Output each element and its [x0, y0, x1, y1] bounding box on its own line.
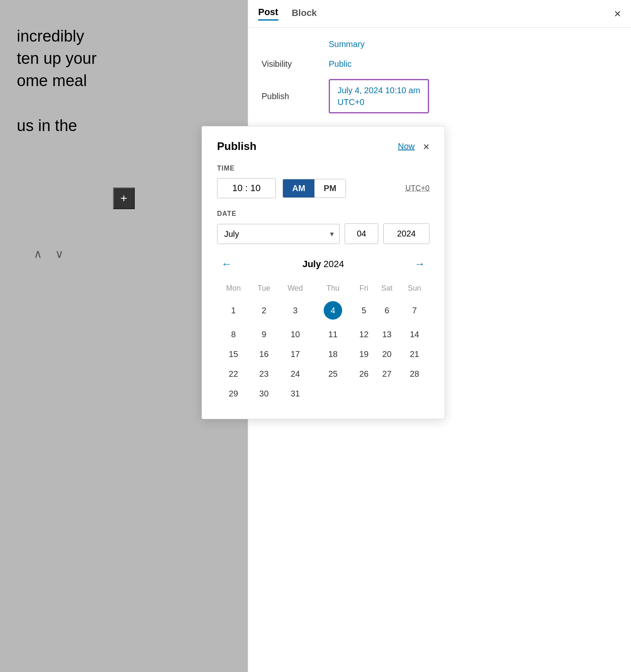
time-input[interactable]: [217, 178, 276, 198]
calendar-day[interactable]: 24: [278, 364, 312, 384]
popup-close-button[interactable]: ×: [423, 141, 429, 152]
calendar-day[interactable]: 1: [217, 296, 250, 325]
calendar-day[interactable]: 13: [374, 325, 400, 344]
popup-header: Publish Now ×: [217, 140, 429, 153]
publish-row: Publish July 4, 2024 10:10 am UTC+0: [262, 79, 618, 113]
add-block-button[interactable]: +: [113, 187, 135, 209]
summary-row: Summary: [262, 39, 618, 49]
visibility-value[interactable]: Public: [329, 59, 351, 69]
tab-post[interactable]: Post: [258, 7, 278, 21]
day-header-sun: Sun: [400, 281, 429, 296]
day-header-thu: Thu: [312, 281, 353, 296]
calendar-day[interactable]: 28: [400, 364, 429, 384]
calendar-day[interactable]: 31: [278, 384, 312, 404]
calendar-day[interactable]: 21: [400, 344, 429, 364]
calendar-day: [400, 384, 429, 404]
calendar-day[interactable]: 6: [374, 296, 400, 325]
summary-link[interactable]: Summary: [329, 39, 365, 49]
prev-month-button[interactable]: ←: [217, 256, 236, 272]
panel-content: Summary Visibility Public Publish July 4…: [248, 28, 631, 135]
am-button[interactable]: AM: [283, 179, 314, 197]
publish-timezone-text: UTC+0: [338, 97, 364, 107]
calendar-month-year: July 2024: [302, 259, 344, 270]
calendar-day[interactable]: 7: [400, 296, 429, 325]
calendar-day[interactable]: 14: [400, 325, 429, 344]
visibility-row: Visibility Public: [262, 59, 618, 69]
month-select[interactable]: January February March April May June Ju…: [217, 224, 340, 244]
calendar-week: 22232425262728: [217, 364, 429, 384]
day-header-tue: Tue: [250, 281, 278, 296]
calendar-day[interactable]: 26: [353, 364, 374, 384]
selected-day[interactable]: 4: [324, 301, 342, 320]
calendar-day[interactable]: 16: [250, 344, 278, 364]
publish-date-button[interactable]: July 4, 2024 10:10 am UTC+0: [329, 79, 429, 113]
calendar-day[interactable]: 29: [217, 384, 250, 404]
day-header-mon: Mon: [217, 281, 250, 296]
calendar-day[interactable]: 20: [374, 344, 400, 364]
calendar-day[interactable]: 3: [278, 296, 312, 325]
day-header-sat: Sat: [374, 281, 400, 296]
calendar-day[interactable]: 8: [217, 325, 250, 344]
next-month-button[interactable]: →: [410, 256, 429, 272]
popup-title: Publish: [217, 140, 257, 153]
calendar-day[interactable]: 17: [278, 344, 312, 364]
month-select-wrapper: January February March April May June Ju…: [217, 224, 340, 244]
publish-popup: Publish Now × TIME AM PM UTC+0 DATE Janu…: [202, 126, 445, 419]
publish-label: Publish: [262, 92, 329, 101]
tab-block[interactable]: Block: [292, 8, 317, 20]
move-down-button[interactable]: ∨: [55, 247, 64, 261]
calendar-week: 891011121314: [217, 325, 429, 344]
ampm-group: AM PM: [283, 179, 346, 198]
calendar-day: [353, 384, 374, 404]
time-row: AM PM UTC+0: [217, 178, 429, 198]
day-header-wed: Wed: [278, 281, 312, 296]
calendar-week: 15161718192021: [217, 344, 429, 364]
calendar-day[interactable]: 15: [217, 344, 250, 364]
panel-header: Post Block ×: [248, 0, 631, 28]
pm-button[interactable]: PM: [314, 179, 346, 197]
visibility-label: Visibility: [262, 59, 329, 69]
calendar-day[interactable]: 10: [278, 325, 312, 344]
editor-text: incredibly ten up your ome meal us in th…: [17, 25, 231, 137]
day-input[interactable]: [345, 223, 378, 244]
calendar-day[interactable]: 11: [312, 325, 353, 344]
calendar-day: [374, 384, 400, 404]
calendar-day[interactable]: 19: [353, 344, 374, 364]
calendar-week: 293031: [217, 384, 429, 404]
calendar-day[interactable]: 4: [312, 296, 353, 325]
calendar-day[interactable]: 18: [312, 344, 353, 364]
calendar-day[interactable]: 5: [353, 296, 374, 325]
editor-line-3: ome meal: [17, 70, 231, 92]
calendar-day[interactable]: 30: [250, 384, 278, 404]
day-header-fri: Fri: [353, 281, 374, 296]
date-row: January February March April May June Ju…: [217, 223, 429, 244]
date-section-label: DATE: [217, 210, 429, 218]
editor-line-2: ten up your: [17, 47, 231, 70]
calendar-day[interactable]: 23: [250, 364, 278, 384]
move-up-button[interactable]: ∧: [34, 247, 42, 261]
calendar-grid: Mon Tue Wed Thu Fri Sat Sun 123456789101…: [217, 281, 429, 404]
calendar-day[interactable]: 27: [374, 364, 400, 384]
calendar-week: 1234567: [217, 296, 429, 325]
calendar-day[interactable]: 12: [353, 325, 374, 344]
utc-label[interactable]: UTC+0: [405, 184, 429, 193]
calendar-day: [312, 384, 353, 404]
editor-line-4: us in the: [17, 115, 231, 137]
calendar-header: ← July 2024 →: [217, 256, 429, 272]
calendar-day[interactable]: 2: [250, 296, 278, 325]
time-section-label: TIME: [217, 165, 429, 172]
calendar-day[interactable]: 25: [312, 364, 353, 384]
panel-close-button[interactable]: ×: [614, 8, 621, 20]
year-input[interactable]: [383, 223, 429, 244]
calendar-day[interactable]: 9: [250, 325, 278, 344]
now-button[interactable]: Now: [398, 142, 415, 151]
calendar-day[interactable]: 22: [217, 364, 250, 384]
editor-line-1: incredibly: [17, 25, 231, 47]
publish-date-text: July 4, 2024 10:10 am: [338, 86, 420, 95]
